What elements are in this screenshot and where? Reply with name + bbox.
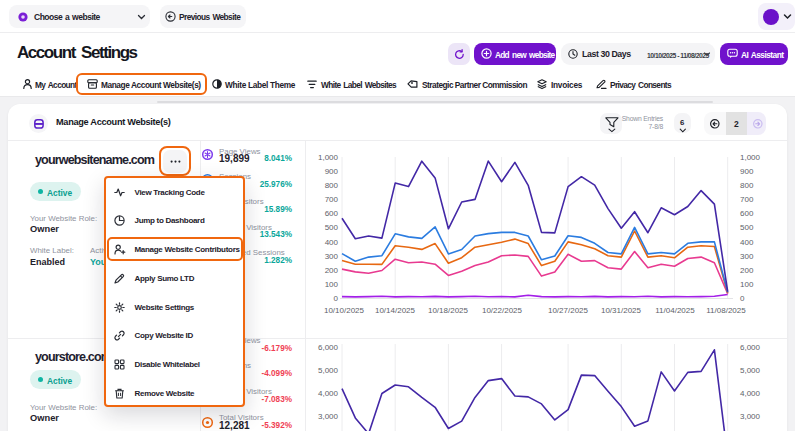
svg-text:400: 400 [325, 238, 339, 247]
svg-text:1,000: 1,000 [740, 153, 761, 162]
svg-text:6,000: 6,000 [740, 343, 761, 352]
svg-text:200: 200 [740, 266, 754, 275]
svg-text:600: 600 [740, 209, 754, 218]
svg-text:800: 800 [740, 181, 754, 190]
svg-text:11/08/2025: 11/08/2025 [706, 306, 746, 315]
svg-text:10/18/2025: 10/18/2025 [428, 306, 469, 315]
svg-text:400: 400 [740, 238, 754, 247]
svg-text:10/31/2025: 10/31/2025 [601, 306, 642, 315]
svg-text:3,000: 3,000 [740, 412, 761, 421]
svg-text:100: 100 [740, 280, 754, 289]
svg-text:10/10/2025: 10/10/2025 [324, 306, 365, 315]
svg-text:4,000: 4,000 [318, 389, 339, 398]
svg-text:700: 700 [325, 195, 339, 204]
svg-text:10/22/2025: 10/22/2025 [482, 306, 523, 315]
svg-text:0: 0 [334, 294, 339, 303]
svg-text:200: 200 [325, 266, 339, 275]
svg-text:800: 800 [325, 181, 339, 190]
svg-text:10/14/2025: 10/14/2025 [375, 306, 416, 315]
svg-text:0: 0 [740, 294, 745, 303]
svg-text:11/04/2025: 11/04/2025 [655, 306, 695, 315]
svg-text:700: 700 [740, 195, 754, 204]
svg-text:500: 500 [325, 223, 339, 232]
svg-text:3,000: 3,000 [318, 412, 339, 421]
svg-text:6,000: 6,000 [318, 343, 339, 352]
svg-text:900: 900 [740, 167, 754, 176]
svg-text:300: 300 [740, 252, 754, 261]
svg-text:900: 900 [325, 167, 339, 176]
svg-text:600: 600 [325, 209, 339, 218]
svg-text:5,000: 5,000 [318, 366, 339, 375]
svg-text:500: 500 [740, 223, 754, 232]
svg-text:4,000: 4,000 [740, 389, 761, 398]
svg-text:300: 300 [325, 252, 339, 261]
svg-text:10/27/2025: 10/27/2025 [548, 306, 589, 315]
svg-text:1,000: 1,000 [318, 153, 339, 162]
svg-text:100: 100 [325, 280, 339, 289]
svg-text:5,000: 5,000 [740, 366, 761, 375]
